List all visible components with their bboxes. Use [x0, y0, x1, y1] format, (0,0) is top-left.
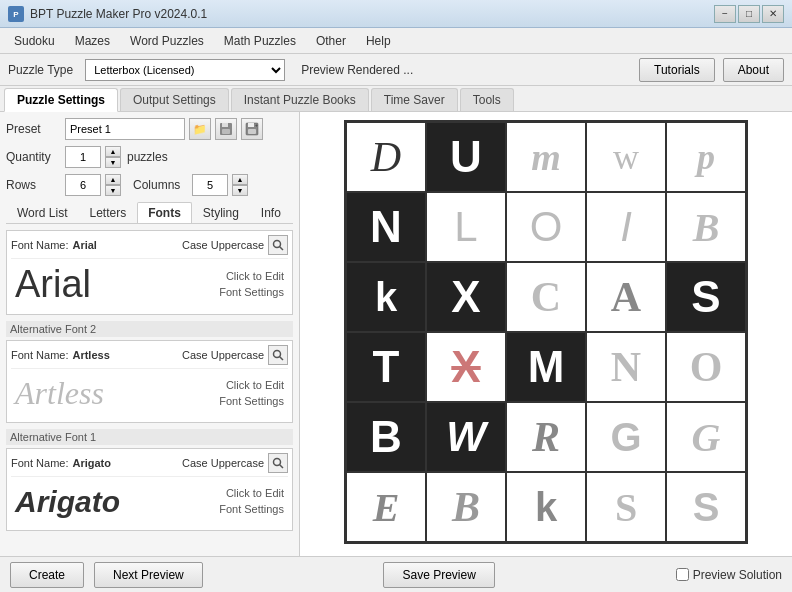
menu-mazes[interactable]: Mazes: [65, 31, 120, 51]
cell-5-4: S: [666, 472, 746, 542]
puzzle-type-select[interactable]: Letterbox (Licensed): [85, 59, 285, 81]
tab-output-settings[interactable]: Output Settings: [120, 88, 229, 111]
tabbar: Puzzle Settings Output Settings Instant …: [0, 86, 792, 112]
columns-up[interactable]: ▲: [232, 174, 248, 185]
svg-text:P: P: [13, 10, 19, 19]
save-as-icon-button[interactable]: +: [241, 118, 263, 140]
next-preview-button[interactable]: Next Preview: [94, 562, 203, 588]
alt-font1-label: Alternative Font 1: [6, 429, 293, 445]
preview-solution-wrap: Preview Solution: [676, 568, 782, 582]
alt-font1-preview[interactable]: Arigato Click to EditFont Settings: [11, 476, 288, 526]
preview-text: Preview Rendered ...: [301, 63, 631, 77]
cell-4-1: W: [426, 402, 506, 472]
rows-cols-row: Rows ▲ ▼ Columns ▲ ▼: [6, 174, 293, 196]
rows-up[interactable]: ▲: [105, 174, 121, 185]
preview-solution-checkbox[interactable]: [676, 568, 689, 581]
alt-font2-name-value: Artless: [72, 349, 109, 361]
cell-3-3: N: [586, 332, 666, 402]
save-preview-button[interactable]: Save Preview: [383, 562, 494, 588]
alt-font1-click-label: Click to EditFont Settings: [219, 486, 284, 517]
main-font-section: Font Name: Arial Case Uppercase Arial Cl…: [6, 230, 293, 315]
rows-spinner: ▲ ▼: [105, 174, 121, 196]
close-button[interactable]: ✕: [762, 5, 784, 23]
menubar: Sudoku Mazes Word Puzzles Math Puzzles O…: [0, 28, 792, 54]
menu-help[interactable]: Help: [356, 31, 401, 51]
subtab-letters[interactable]: Letters: [78, 202, 137, 223]
menu-other[interactable]: Other: [306, 31, 356, 51]
cell-1-2: O: [506, 192, 586, 262]
save-icon-button[interactable]: [215, 118, 237, 140]
alt-font2-preview[interactable]: Artless Click to EditFont Settings: [11, 368, 288, 418]
svg-line-10: [280, 247, 284, 251]
alt-font1-section: Alternative Font 1 Font Name: Arigato Ca…: [6, 429, 293, 531]
minimize-button[interactable]: −: [714, 5, 736, 23]
columns-input[interactable]: [192, 174, 228, 196]
columns-down[interactable]: ▼: [232, 185, 248, 196]
cell-3-4: O: [666, 332, 746, 402]
cell-5-3: S: [586, 472, 666, 542]
alt-font2-search-button[interactable]: [268, 345, 288, 365]
main-font-search-button[interactable]: [268, 235, 288, 255]
alt-font2-click-label: Click to EditFont Settings: [219, 378, 284, 409]
tab-instant-puzzle-books[interactable]: Instant Puzzle Books: [231, 88, 369, 111]
main-font-click-label: Click to EditFont Settings: [219, 269, 284, 300]
alt-font1-search-button[interactable]: [268, 453, 288, 473]
left-panel: Preset 📁 + Quantity ▲ ▼ puzzles Rows: [0, 112, 300, 556]
cell-2-2: C: [506, 262, 586, 332]
cell-2-3: A: [586, 262, 666, 332]
about-button[interactable]: About: [723, 58, 784, 82]
tutorials-button[interactable]: Tutorials: [639, 58, 715, 82]
alt-font2-sample: Artless: [15, 375, 104, 412]
cell-0-1: U: [426, 122, 506, 192]
alt-font1-name-value: Arigato: [72, 457, 111, 469]
menu-sudoku[interactable]: Sudoku: [4, 31, 65, 51]
app-title: BPT Puzzle Maker Pro v2024.0.1: [30, 7, 714, 21]
main-font-name-label: Font Name:: [11, 239, 68, 251]
tab-tools[interactable]: Tools: [460, 88, 514, 111]
font-subtabs: Word List Letters Fonts Styling Info: [6, 202, 293, 224]
alt-font2-box: Font Name: Artless Case Uppercase Artles…: [6, 340, 293, 423]
cell-4-0: B: [346, 402, 426, 472]
cell-2-0: k: [346, 262, 426, 332]
subtab-info[interactable]: Info: [250, 202, 292, 223]
quantity-label: Quantity: [6, 150, 61, 164]
quantity-row: Quantity ▲ ▼ puzzles: [6, 146, 293, 168]
main-content: Preset 📁 + Quantity ▲ ▼ puzzles Rows: [0, 112, 792, 556]
svg-point-13: [274, 459, 281, 466]
subtab-styling[interactable]: Styling: [192, 202, 250, 223]
svg-line-14: [280, 465, 284, 469]
quantity-input[interactable]: [65, 146, 101, 168]
svg-point-11: [274, 351, 281, 358]
tab-time-saver[interactable]: Time Saver: [371, 88, 458, 111]
maximize-button[interactable]: □: [738, 5, 760, 23]
cell-4-4: G: [666, 402, 746, 472]
main-font-preview[interactable]: Arial Click to EditFont Settings: [11, 258, 288, 310]
create-button[interactable]: Create: [10, 562, 84, 588]
subtab-word-list[interactable]: Word List: [6, 202, 78, 223]
cell-1-1: L: [426, 192, 506, 262]
cell-0-0: D: [346, 122, 426, 192]
right-panel: D U m w p N L O I B k X C A S T X M N O …: [300, 112, 792, 556]
quantity-up[interactable]: ▲: [105, 146, 121, 157]
preset-input[interactable]: [65, 118, 185, 140]
alt-font1-header: Font Name: Arigato Case Uppercase: [11, 453, 288, 473]
titlebar-buttons: − □ ✕: [714, 5, 784, 23]
preview-solution-label[interactable]: Preview Solution: [693, 568, 782, 582]
alt-font1-case: Case Uppercase: [182, 457, 264, 469]
alt-font1-box: Font Name: Arigato Case Uppercase Arigat…: [6, 448, 293, 531]
menu-word-puzzles[interactable]: Word Puzzles: [120, 31, 214, 51]
subtab-fonts[interactable]: Fonts: [137, 202, 192, 223]
folder-icon-button[interactable]: 📁: [189, 118, 211, 140]
svg-rect-3: [222, 123, 228, 127]
toolbar: Puzzle Type Letterbox (Licensed) Preview…: [0, 54, 792, 86]
alt-font2-case: Case Uppercase: [182, 349, 264, 361]
tab-puzzle-settings[interactable]: Puzzle Settings: [4, 88, 118, 112]
rows-input[interactable]: [65, 174, 101, 196]
quantity-down[interactable]: ▼: [105, 157, 121, 168]
cell-0-4: p: [666, 122, 746, 192]
columns-spinner: ▲ ▼: [232, 174, 248, 196]
rows-down[interactable]: ▼: [105, 185, 121, 196]
menu-math-puzzles[interactable]: Math Puzzles: [214, 31, 306, 51]
columns-label: Columns: [133, 178, 188, 192]
svg-point-9: [274, 241, 281, 248]
